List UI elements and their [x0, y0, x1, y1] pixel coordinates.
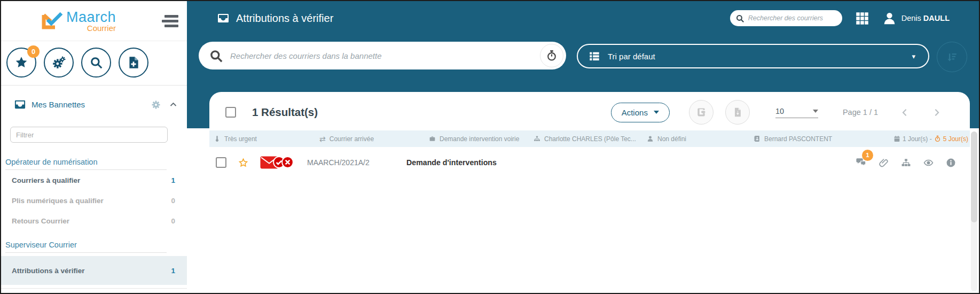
search-icon — [89, 56, 103, 69]
sitemap-icon[interactable] — [901, 158, 911, 168]
basket-search — [199, 42, 566, 69]
column-deadline[interactable]: 1 Jour(s) - 5 Jour(s) — [893, 135, 974, 143]
sort-direction-button[interactable] — [937, 42, 967, 72]
mail-status-icons — [260, 154, 293, 171]
topbar: Attributions à vérifier Denis DAULL — [187, 1, 979, 35]
inbox-icon — [14, 98, 26, 111]
global-search — [730, 10, 842, 26]
eye-icon[interactable] — [923, 158, 934, 168]
export-button[interactable] — [725, 100, 750, 125]
search-icon — [735, 14, 744, 23]
sidebar-item-plis-numeriques[interactable]: Plis numériques à qualifier 0 — [1, 190, 187, 211]
mail-reference: MAARCH/2021A/2 — [307, 158, 378, 167]
sidebar-item-retours-courrier[interactable]: Retours Courrier 0 — [1, 211, 187, 231]
column-contact[interactable]: Bernard PASCONTENT — [754, 135, 893, 143]
next-page-icon[interactable] — [932, 108, 941, 117]
mail-subject: Demande d'interventions — [406, 158, 497, 167]
scrollbar — [971, 131, 977, 291]
menu-toggle-icon[interactable] — [162, 15, 178, 27]
page-size-select[interactable]: 10 — [775, 107, 818, 118]
bannettes-label: Mes Bannettes — [32, 100, 85, 109]
basket-group-title: Opérateur de numérisation — [5, 158, 167, 170]
favorites-badge: 0 — [27, 45, 40, 58]
quick-filter-button[interactable] — [540, 44, 563, 67]
thermometer-icon — [214, 135, 221, 142]
sort-select[interactable]: Tri par défaut ▾ — [577, 44, 929, 68]
search-button[interactable] — [81, 48, 111, 78]
exchange-icon: ⇄ — [319, 135, 326, 143]
calendar-icon — [893, 135, 900, 142]
sidebar-section-dossiers[interactable]: Dossiers — [1, 288, 187, 294]
favorites-button[interactable]: 0 — [6, 48, 36, 78]
column-entity[interactable]: Charlotte CHARLES (Pôle Tec... — [534, 135, 647, 143]
basket-group-title: Superviseur Courrier — [5, 241, 167, 253]
file-export-icon — [732, 107, 743, 118]
column-status[interactable]: Non défini — [647, 135, 754, 143]
sitemap-icon — [534, 135, 540, 142]
count-badge: 0 — [171, 197, 175, 205]
mail-row[interactable]: MAARCH/2021A/2 Demande d'interventions 1 — [209, 147, 970, 178]
sort-desc-icon — [946, 51, 958, 63]
sidebar-item-courriers-a-qualifier[interactable]: Courriers à qualifier 1 — [1, 170, 187, 190]
user-menu[interactable]: Denis DAULL — [882, 11, 950, 26]
actions-button[interactable]: Actions — [611, 103, 670, 122]
briefcase-icon — [429, 135, 436, 142]
chevron-up-icon[interactable] — [169, 100, 177, 109]
caret-down-icon: ▾ — [912, 52, 915, 60]
results-card: 1 Résultat(s) Actions 10 Page 1 / 1 — [209, 92, 970, 293]
filter-input[interactable] — [10, 127, 168, 143]
scrollbar-thumb[interactable] — [971, 131, 977, 222]
count-badge: 1 — [171, 267, 175, 275]
info-icon[interactable] — [946, 158, 956, 168]
user-icon — [882, 11, 897, 26]
row-checkbox[interactable] — [216, 157, 226, 168]
caret-down-icon — [813, 110, 818, 113]
settings-button[interactable] — [44, 48, 74, 78]
notes-button[interactable]: 1 — [856, 157, 866, 169]
app-window: Maarch Courrier 0 — [0, 0, 980, 294]
basket-search-input[interactable] — [230, 51, 540, 60]
file-plus-icon — [127, 56, 140, 69]
select-all-checkbox[interactable] — [225, 107, 236, 118]
column-doctype[interactable]: Demande intervention voirie — [429, 135, 534, 143]
bannettes-header: Mes Bannettes — [1, 86, 187, 111]
print-separators-button[interactable] — [689, 100, 714, 125]
sidebar-item-attributions-a-verifier[interactable]: Attributions à vérifier 1 — [1, 256, 187, 285]
maarch-logo[interactable]: Maarch Courrier — [42, 9, 116, 33]
search-icon — [209, 49, 223, 63]
list-icon — [589, 50, 600, 62]
favorite-star-icon[interactable] — [238, 158, 248, 168]
results-toolbar: 1 Résultat(s) Actions 10 Page 1 / 1 — [209, 92, 970, 130]
logo-row: Maarch Courrier — [1, 1, 187, 41]
gears-icon — [52, 56, 66, 69]
previous-page-icon[interactable] — [900, 108, 910, 117]
paperclip-icon[interactable] — [879, 158, 889, 168]
star-icon — [14, 56, 28, 69]
sort-label: Tri par défaut — [608, 52, 655, 61]
apps-grid-icon[interactable] — [855, 11, 869, 26]
table-header: Très urgent ⇄ Courrier arrivée Demande i… — [209, 130, 970, 147]
page-head: Attributions à vérifier — [217, 12, 333, 25]
global-search-input[interactable] — [748, 14, 834, 22]
page-title: Attributions à vérifier — [236, 12, 333, 25]
caret-down-icon — [654, 111, 659, 114]
bannettes-settings-icon[interactable] — [151, 100, 161, 110]
user-icon — [647, 135, 654, 142]
sidebar: Maarch Courrier 0 — [1, 1, 187, 293]
product-name: Courrier — [66, 24, 116, 33]
inbox-icon — [217, 12, 230, 25]
results-count: 1 Résultat(s) — [252, 106, 318, 119]
address-book-icon — [754, 135, 761, 142]
maarch-logo-icon — [42, 11, 64, 30]
count-badge: 0 — [171, 217, 175, 225]
column-category[interactable]: ⇄ Courrier arrivée — [319, 135, 429, 143]
column-priority[interactable]: Très urgent — [214, 135, 319, 143]
quick-actions: 0 — [1, 41, 187, 78]
scroll-icon — [696, 107, 707, 118]
new-document-button[interactable] — [119, 48, 148, 78]
main-area: Attributions à vérifier Denis DAULL — [187, 1, 979, 293]
stopwatch-icon — [546, 50, 558, 61]
count-badge: 1 — [171, 176, 175, 184]
user-name: Denis DAULL — [901, 14, 950, 22]
page-indicator: Page 1 / 1 — [843, 108, 878, 117]
